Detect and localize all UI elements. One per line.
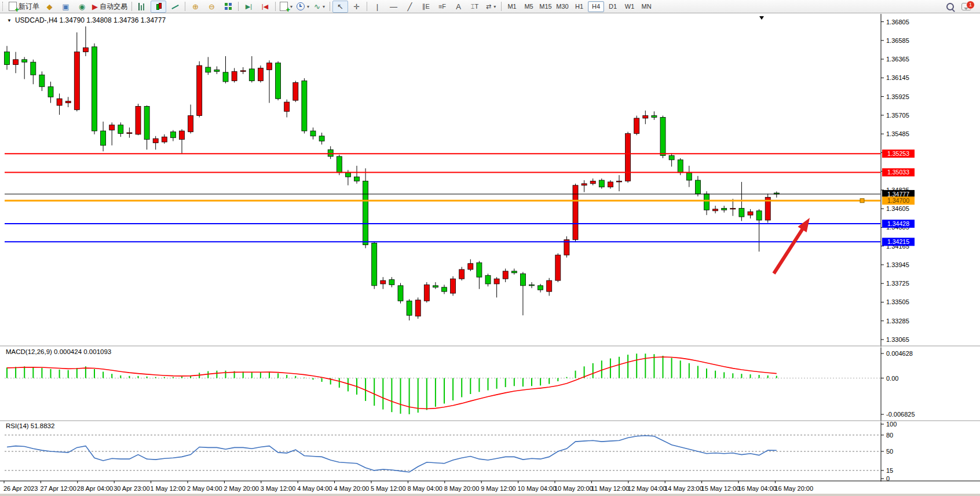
price-axis-label: 1.36805 bbox=[886, 19, 909, 25]
cursor-button[interactable]: ↖ bbox=[332, 1, 348, 13]
candle-body bbox=[415, 300, 420, 316]
candle-body bbox=[389, 280, 394, 285]
trendline-button[interactable]: ╱ bbox=[402, 1, 418, 13]
price-axis-label: 1.33285 bbox=[886, 318, 909, 324]
timeframe-m5-button[interactable]: M5 bbox=[521, 1, 537, 12]
shapes-button[interactable]: ⇄▾ bbox=[483, 1, 499, 13]
rsi-axis-label: 50 bbox=[886, 448, 893, 455]
indicators-button[interactable]: ▾ bbox=[278, 1, 294, 13]
search-button[interactable] bbox=[942, 1, 958, 13]
time-axis-label: 10 May 04:00 bbox=[518, 485, 557, 492]
new-chart-icon: ▣ bbox=[62, 2, 69, 11]
chart-window: ▼ USDCAD-,H4 1.34790 1.34808 1.34736 1.3… bbox=[0, 14, 980, 496]
candle-body bbox=[310, 131, 316, 136]
time-axis-label: 4 May 20:00 bbox=[334, 485, 370, 492]
candle-body bbox=[258, 68, 263, 81]
candle-body bbox=[652, 116, 657, 118]
zoom-out-button[interactable]: ⊖ bbox=[204, 1, 220, 13]
candle-body bbox=[240, 71, 246, 72]
crosshair-button[interactable]: ✛ bbox=[349, 1, 364, 13]
vertical-line-button[interactable]: | bbox=[370, 1, 385, 13]
candle-body bbox=[573, 185, 578, 240]
chart-ohlc-title: ▼ USDCAD-,H4 1.34790 1.34808 1.34736 1.3… bbox=[7, 16, 166, 24]
fibonacci-button[interactable]: ≡F bbox=[434, 1, 450, 13]
signals-icon: ◉ bbox=[79, 2, 85, 11]
toolbar-separator bbox=[238, 2, 239, 11]
price-axis-label: 1.36585 bbox=[886, 37, 909, 44]
candle-body bbox=[170, 132, 175, 137]
zoom-in-button[interactable]: ⊕ bbox=[188, 1, 203, 13]
macd-axis-label: 0.00 bbox=[886, 375, 898, 382]
autotrading-button[interactable]: ▶ 自动交易 bbox=[90, 1, 129, 13]
candlestick-chart-button[interactable] bbox=[151, 1, 166, 13]
timeframe-d1-button[interactable]: D1 bbox=[605, 1, 621, 12]
time-axis-label: 9 May 12:00 bbox=[481, 485, 516, 492]
price-axis-label: 1.35705 bbox=[886, 112, 909, 119]
notifications-button[interactable]: 1 bbox=[959, 1, 974, 13]
timeframe-m1-button[interactable]: M1 bbox=[504, 1, 520, 12]
time-axis-label: 15 May 12:00 bbox=[701, 485, 740, 492]
candle-body bbox=[162, 137, 167, 142]
chart-background bbox=[0, 14, 980, 496]
timeframe-h1-button[interactable]: H1 bbox=[571, 1, 587, 12]
collapse-arrow-icon: ▼ bbox=[7, 18, 12, 23]
candle-body bbox=[424, 285, 429, 301]
candle-body bbox=[197, 65, 202, 116]
candle-body bbox=[713, 209, 718, 211]
candle-body bbox=[39, 75, 45, 87]
periods-button[interactable]: ▾ bbox=[295, 1, 311, 13]
timeframe-m15-button[interactable]: M15 bbox=[537, 1, 554, 12]
timeframe-m30-button[interactable]: M30 bbox=[554, 1, 571, 12]
time-axis-label: 30 Apr 23:00 bbox=[114, 485, 149, 492]
candle-body bbox=[276, 63, 281, 99]
auto-scroll-button[interactable]: ▶| bbox=[241, 1, 257, 13]
text-label-button[interactable]: ⌶T bbox=[467, 1, 482, 13]
time-axis-label: 3 May 12:00 bbox=[261, 485, 296, 492]
timeframe-mn-button[interactable]: MN bbox=[638, 1, 654, 12]
time-axis-label: 12 May 04:00 bbox=[628, 485, 667, 492]
mt4-application-window: 新订单 ◆ ▣ ◉ ▶ 自动交易 ⊕ ⊖ ▶| |◀ ▾ ▾ ∿▾ ↖ ✛ | … bbox=[0, 0, 980, 496]
chart-canvas[interactable]: 1.368051.365851.363651.361451.359251.357… bbox=[0, 14, 980, 496]
signals-button[interactable]: ◉ bbox=[74, 1, 90, 13]
candle-body bbox=[704, 194, 710, 210]
main-toolbar: 新订单 ◆ ▣ ◉ ▶ 自动交易 ⊕ ⊖ ▶| |◀ ▾ ▾ ∿▾ ↖ ✛ | … bbox=[0, 0, 980, 13]
candle-body bbox=[249, 69, 254, 81]
line-drag-handle[interactable] bbox=[860, 199, 864, 203]
new-chart-button[interactable]: ▣ bbox=[58, 1, 74, 13]
candle-body bbox=[442, 287, 447, 291]
horizontal-line-button[interactable]: — bbox=[386, 1, 401, 13]
toolbar-separator bbox=[330, 2, 330, 11]
candle-body bbox=[5, 52, 10, 65]
candle-body bbox=[372, 243, 377, 286]
candle-body bbox=[284, 102, 290, 111]
time-axis-label: 2 May 04:00 bbox=[187, 485, 222, 492]
candle-body bbox=[354, 177, 360, 181]
timeframe-h4-button[interactable]: H4 bbox=[588, 1, 604, 12]
timeframe-w1-button[interactable]: W1 bbox=[621, 1, 638, 12]
chart-shift-button[interactable]: |◀ bbox=[257, 1, 273, 13]
chart-title-text: USDCAD-,H4 1.34790 1.34808 1.34736 1.347… bbox=[15, 16, 166, 24]
templates-button[interactable]: ∿▾ bbox=[312, 1, 327, 13]
candle-body bbox=[31, 62, 36, 75]
toolbar-grip bbox=[2, 2, 5, 11]
toolbar-separator bbox=[367, 2, 367, 11]
candle-body bbox=[214, 70, 220, 71]
clock-icon bbox=[297, 2, 305, 10]
new-order-button[interactable]: 新订单 bbox=[7, 1, 41, 13]
candle-body bbox=[180, 131, 185, 140]
candle-body bbox=[695, 180, 700, 194]
tile-windows-button[interactable] bbox=[220, 1, 236, 13]
channel-button[interactable]: ∥E bbox=[418, 1, 434, 13]
auto-scroll-icon: ▶| bbox=[246, 3, 252, 10]
time-axis-label: 16 May 04:00 bbox=[738, 485, 777, 492]
candle-body bbox=[590, 181, 595, 184]
channel-icon: ∥E bbox=[422, 3, 430, 10]
price-tag-label: 1.34777 bbox=[887, 191, 909, 198]
candle-body bbox=[398, 286, 403, 301]
line-chart-button[interactable] bbox=[167, 1, 182, 13]
time-axis-label: 2 May 20:00 bbox=[224, 485, 259, 492]
profiles-button[interactable]: ◆ bbox=[42, 1, 57, 13]
text-button[interactable]: A bbox=[451, 1, 466, 13]
bar-chart-button[interactable] bbox=[134, 1, 150, 13]
time-axis-label: 5 May 12:00 bbox=[371, 485, 406, 492]
